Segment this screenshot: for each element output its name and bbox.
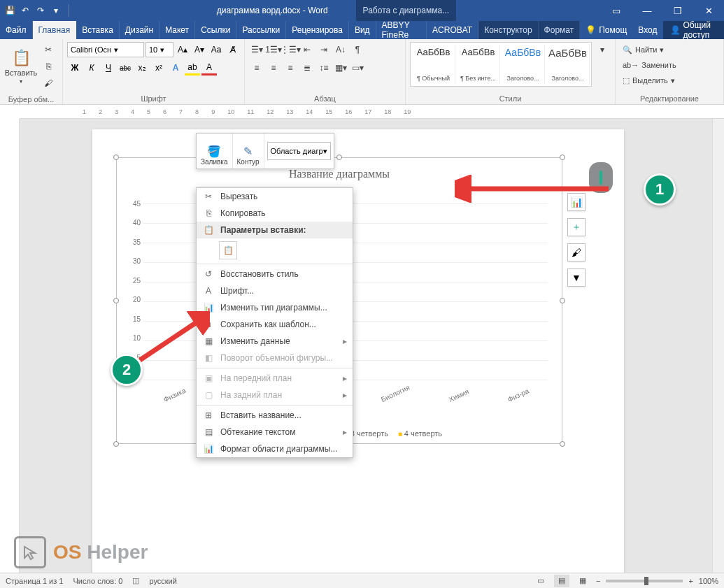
tab-mailings[interactable]: Рассылки	[236, 21, 286, 39]
copy-icon[interactable]: ⎘	[41, 59, 56, 74]
zoom-out-icon[interactable]: −	[596, 577, 600, 585]
vertical-scrollbar[interactable]	[712, 119, 724, 573]
styles-gallery[interactable]: АаБбВв¶ Обычный АаБбВв¶ Без инте... АаБб…	[410, 42, 592, 87]
status-language[interactable]: русский	[149, 577, 176, 585]
resize-handle[interactable]	[113, 441, 119, 447]
highlight-icon[interactable]: ab	[185, 60, 200, 76]
bullets-icon[interactable]: ☰▾	[249, 42, 264, 57]
chart-filter-button[interactable]: ▼	[567, 268, 585, 287]
replace-button[interactable]: ab→ Заменить	[620, 57, 679, 73]
ctx-insert-caption[interactable]: ⊞Вставить название...	[197, 407, 353, 424]
italic-button[interactable]: К	[84, 60, 99, 76]
numbering-icon[interactable]: 1☰▾	[266, 42, 281, 57]
tab-layout[interactable]: Макет	[159, 21, 195, 39]
style-nospacing[interactable]: АаБбВв¶ Без инте...	[457, 44, 500, 85]
zoom-in-icon[interactable]: +	[688, 577, 693, 585]
zoom-level[interactable]: 100%	[699, 577, 718, 585]
chart-add-element-button[interactable]: ＋	[567, 218, 585, 236]
align-right-icon[interactable]: ≡	[283, 60, 298, 76]
format-painter-icon[interactable]: 🖌	[41, 76, 56, 91]
ctx-format-chart-area[interactable]: 📊Формат области диаграммы...	[197, 440, 353, 457]
tab-abbyy[interactable]: ABBYY FineRe	[376, 21, 427, 39]
undo-icon[interactable]: ↶	[20, 5, 31, 16]
ctx-font[interactable]: AШрифт...	[197, 282, 353, 299]
mini-chart-element-combo[interactable]: Область диагр ▾	[267, 142, 331, 160]
ctx-text-wrap[interactable]: ▤Обтекание текстом▸	[197, 424, 353, 440]
style-heading1[interactable]: АаБбВвЗаголово...	[502, 44, 545, 85]
mini-fill-button[interactable]: 🪣Заливка	[197, 134, 233, 168]
shrink-font-icon[interactable]: A▾	[192, 42, 207, 57]
resize-handle[interactable]	[560, 441, 565, 447]
ctx-change-chart-type[interactable]: 📊Изменить тип диаграммы...	[197, 299, 353, 316]
strike-button[interactable]: abc	[118, 60, 133, 76]
web-layout-icon[interactable]: ▦	[575, 575, 590, 587]
select-button[interactable]: ⬚ Выделить ▾	[620, 73, 678, 88]
redo-icon[interactable]: ↷	[35, 5, 46, 16]
multilevel-icon[interactable]: ⋮☰▾	[283, 42, 298, 57]
ctx-cut[interactable]: ✂Вырезать	[197, 188, 353, 205]
restore-button[interactable]: ❐	[662, 0, 693, 21]
change-case-icon[interactable]: Aa	[208, 42, 224, 57]
vertical-ruler[interactable]	[0, 119, 20, 573]
cut-icon[interactable]: ✂	[41, 42, 56, 57]
decrease-indent-icon[interactable]: ⇤	[299, 42, 315, 57]
subscript-button[interactable]: x₂	[134, 60, 150, 76]
tab-design[interactable]: Дизайн	[120, 21, 159, 39]
increase-indent-icon[interactable]: ⇥	[316, 42, 332, 57]
show-marks-icon[interactable]: ¶	[350, 42, 365, 57]
paste-button[interactable]: 📋 Вставить▾	[4, 42, 38, 91]
tab-review[interactable]: Рецензирова	[286, 21, 349, 39]
find-button[interactable]: 🔍 Найти ▾	[620, 42, 667, 57]
resize-handle[interactable]	[113, 298, 119, 303]
paste-option-1[interactable]: 📋	[219, 241, 237, 259]
ctx-edit-data[interactable]: ▦Изменить данные▸	[197, 333, 353, 350]
sort-icon[interactable]: A↓	[333, 42, 348, 57]
styles-more-icon[interactable]: ▾	[595, 42, 610, 57]
resize-handle[interactable]	[336, 155, 342, 160]
tab-format[interactable]: Формат	[539, 21, 581, 39]
align-left-icon[interactable]: ≡	[249, 60, 264, 76]
minimize-button[interactable]: —	[632, 0, 662, 21]
ribbon-display-options[interactable]: ▭	[601, 0, 632, 21]
chart-styles-button[interactable]: 🖌	[567, 243, 585, 261]
underline-button[interactable]: Ч	[101, 60, 116, 76]
resize-handle[interactable]	[113, 155, 119, 160]
superscript-button[interactable]: x²	[151, 60, 166, 76]
tab-view[interactable]: Вид	[349, 21, 376, 39]
document-area[interactable]: Название диаграммы 051015202530354045 Фи…	[20, 119, 724, 573]
status-words[interactable]: Число слов: 0	[73, 577, 122, 585]
font-size-combo[interactable]: 10▾	[145, 42, 173, 57]
ctx-copy[interactable]: ⎘Копировать	[197, 205, 353, 222]
tab-insert[interactable]: Вставка	[76, 21, 120, 39]
status-page[interactable]: Страница 1 из 1	[6, 577, 63, 585]
justify-icon[interactable]: ≣	[299, 60, 315, 76]
tab-references[interactable]: Ссылки	[195, 21, 236, 39]
tab-acrobat[interactable]: ACROBAT	[427, 21, 478, 39]
grow-font-icon[interactable]: A▴	[175, 42, 190, 57]
read-mode-icon[interactable]: ▭	[533, 575, 548, 587]
close-button[interactable]: ✕	[693, 0, 724, 21]
text-effects-icon[interactable]: A	[168, 60, 183, 76]
horizontal-ruler[interactable]: 12345678910111213141516171819	[20, 105, 724, 119]
ctx-save-template[interactable]: 🗎Сохранить как шаблон...	[197, 316, 353, 333]
print-layout-icon[interactable]: ▤	[554, 575, 569, 587]
save-icon[interactable]: 💾	[4, 5, 15, 16]
qat-customize-icon[interactable]: ▾	[50, 5, 62, 16]
ctx-reset-style[interactable]: ↺Восстановить стиль	[197, 266, 353, 282]
line-spacing-icon[interactable]: ↕≡	[316, 60, 332, 76]
tab-file[interactable]: Файл	[0, 21, 33, 39]
font-color-icon[interactable]: A	[201, 60, 217, 76]
align-center-icon[interactable]: ≡	[266, 60, 281, 76]
zoom-slider[interactable]	[606, 580, 683, 582]
borders-icon[interactable]: ▭▾	[350, 60, 365, 76]
style-normal[interactable]: АаБбВв¶ Обычный	[412, 44, 455, 85]
sign-in[interactable]: Вход	[632, 21, 662, 39]
style-heading2[interactable]: АаБбВвЗаголово...	[546, 44, 590, 85]
bold-button[interactable]: Ж	[67, 60, 83, 76]
share-button[interactable]: 👤 Общий доступ	[663, 21, 725, 39]
clear-format-icon[interactable]: A̸	[225, 42, 241, 57]
font-name-combo[interactable]: Calibri (Осн▾	[67, 42, 144, 57]
shading-icon[interactable]: ▦▾	[333, 60, 348, 76]
resize-handle[interactable]	[560, 298, 565, 303]
tab-home[interactable]: Главная	[33, 21, 77, 39]
